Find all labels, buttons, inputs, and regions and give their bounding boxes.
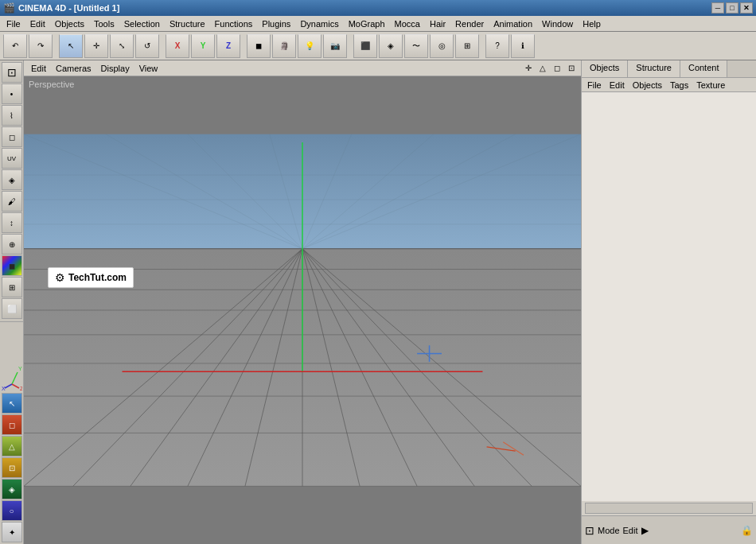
edit-label: Edit xyxy=(623,526,638,535)
sidebar-divider xyxy=(0,321,23,322)
menu-item-structure[interactable]: Structure xyxy=(165,17,210,30)
vp-icon-group: ✛ △ ◻ ⊡ xyxy=(522,62,578,75)
viewport-label: Perspective xyxy=(29,80,74,89)
main-toolbar: ↶ ↷ ↖ ✛ ⤡ ↺ X Y Z ◼ 🗿 💡 📷 ⬛ ◈ 〜 ◎ ⊞ ? ℹ xyxy=(0,32,756,60)
menu-item-selection[interactable]: Selection xyxy=(119,17,165,30)
edges-mode-btn[interactable]: ⌇ xyxy=(2,105,22,126)
cube-button[interactable]: ◼ xyxy=(247,34,271,58)
rp-texture-menu[interactable]: Texture xyxy=(692,80,729,91)
svg-text:Y: Y xyxy=(18,366,22,371)
vp-icon-square[interactable]: ◻ xyxy=(551,62,563,75)
move-tool-button[interactable]: ✛ xyxy=(84,34,108,58)
menu-item-edit[interactable]: Edit xyxy=(25,17,50,30)
close-button[interactable]: ✕ xyxy=(740,2,753,14)
axis-indicator: Y Z X xyxy=(2,360,22,392)
vp-view-menu[interactable]: View xyxy=(135,63,162,74)
minimize-button[interactable]: ─ xyxy=(711,2,724,14)
deformer-button[interactable]: ◈ xyxy=(379,34,403,58)
brush-tool-btn[interactable]: 🖌 xyxy=(2,191,22,212)
menu-item-hair[interactable]: Hair xyxy=(425,17,450,30)
uv-mode-btn[interactable]: UV xyxy=(2,148,22,169)
rp-edit-menu[interactable]: Edit xyxy=(606,80,629,91)
vp-icon-move[interactable]: ✛ xyxy=(522,62,535,75)
vp-icon-fullscreen[interactable]: ⊡ xyxy=(565,62,578,75)
menu-item-objects[interactable]: Objects xyxy=(50,17,89,30)
3d-viewport[interactable]: Perspective ⚙ TechTut.com xyxy=(24,76,581,544)
redo-button[interactable]: ↷ xyxy=(29,34,53,58)
menu-item-plugins[interactable]: Plugins xyxy=(257,17,295,30)
watermark-text: TechTut.com xyxy=(68,272,127,283)
info-button[interactable]: ℹ xyxy=(511,34,535,58)
vp-icon-triangle[interactable]: △ xyxy=(536,62,549,75)
tab-structure[interactable]: Structure xyxy=(628,60,680,77)
menu-item-file[interactable]: File xyxy=(2,17,25,30)
mode-label: Mode xyxy=(598,526,620,535)
right-panel-bottom: ⊡ Mode Edit ▶ 🔒 xyxy=(582,515,756,544)
viewport-toolbar: Edit Cameras Display View ✛ △ ◻ ⊡ xyxy=(24,60,581,76)
menu-item-window[interactable]: Window xyxy=(537,17,578,30)
figure-button[interactable]: 🗿 xyxy=(272,34,296,58)
subdivide-button[interactable]: ⬛ xyxy=(353,34,377,58)
model-mode-btn[interactable]: ◈ xyxy=(2,169,22,190)
menu-item-render[interactable]: Render xyxy=(450,17,489,30)
undo-button[interactable]: ↶ xyxy=(3,34,27,58)
menu-item-mocca[interactable]: Mocca xyxy=(390,17,425,30)
tool-d-btn[interactable]: ⊡ xyxy=(2,457,22,478)
left-sidebar: ⊡ • ⌇ ◻ UV ◈ 🖌 ↕ ⊕ ◼ ⊞ ⬜ Y Z X ↖ ◻ △ ⊡ ◈ xyxy=(0,60,24,544)
array-button[interactable]: ⊞ xyxy=(455,34,479,58)
x-axis-button[interactable]: X xyxy=(166,34,189,58)
z-axis-button[interactable]: Z xyxy=(216,34,240,58)
tab-content[interactable]: Content xyxy=(680,60,728,77)
spline-button[interactable]: 〜 xyxy=(404,34,428,58)
tool-c-btn[interactable]: △ xyxy=(2,436,22,457)
y-axis-button[interactable]: Y xyxy=(191,34,215,58)
right-panel-scrollbar[interactable] xyxy=(585,503,753,514)
viewport-area: Edit Cameras Display View ✛ △ ◻ ⊡ xyxy=(24,60,581,544)
menu-item-mograph[interactable]: MoGraph xyxy=(344,17,390,30)
titlebar: 🎬 CINEMA 4D - [Untitled 1] ─ □ ✕ xyxy=(0,0,756,16)
menu-item-functions[interactable]: Functions xyxy=(210,17,258,30)
vp-display-menu[interactable]: Display xyxy=(97,63,134,74)
titlebar-controls: ─ □ ✕ xyxy=(711,2,753,14)
watermark: ⚙ TechTut.com xyxy=(48,267,134,288)
tool-a-btn[interactable]: ↖ xyxy=(2,393,22,414)
perspective-grid xyxy=(24,76,581,544)
tool-b-btn[interactable]: ◻ xyxy=(2,414,22,435)
help-button[interactable]: ? xyxy=(485,34,509,58)
select-tool-button[interactable]: ↖ xyxy=(59,34,83,58)
points-mode-btn[interactable]: • xyxy=(2,84,22,104)
menu-item-help[interactable]: Help xyxy=(578,17,606,30)
tool-f-btn[interactable]: ○ xyxy=(2,500,22,521)
poly-mode-btn[interactable]: ◻ xyxy=(2,126,22,147)
svg-text:Z: Z xyxy=(20,386,22,391)
transform-btn[interactable]: ⊕ xyxy=(2,234,22,255)
object-mgr-btn[interactable]: ⬜ xyxy=(2,298,22,319)
menu-item-dynamics[interactable]: Dynamics xyxy=(295,17,343,30)
rp-file-menu[interactable]: File xyxy=(583,80,606,91)
tab-objects[interactable]: Objects xyxy=(582,60,628,77)
app-title: CINEMA 4D - [Untitled 1] xyxy=(18,3,119,13)
menu-item-animation[interactable]: Animation xyxy=(489,17,537,30)
titlebar-left: 🎬 CINEMA 4D - [Untitled 1] xyxy=(3,2,119,14)
tool-g-btn[interactable]: ✦ xyxy=(2,522,22,542)
light-button[interactable]: 💡 xyxy=(298,34,321,58)
vp-cameras-menu[interactable]: Cameras xyxy=(52,63,95,74)
maximize-button[interactable]: □ xyxy=(726,2,738,14)
menu-item-tools[interactable]: Tools xyxy=(89,17,119,30)
paint-btn[interactable]: ◼ xyxy=(2,255,22,276)
nurbs-button[interactable]: ◎ xyxy=(430,34,454,58)
vp-edit-menu[interactable]: Edit xyxy=(27,63,50,74)
move-btn[interactable]: ↕ xyxy=(2,212,22,233)
rotate-tool-button[interactable]: ↺ xyxy=(135,34,159,58)
svg-line-0 xyxy=(12,372,18,384)
rp-objects-menu[interactable]: Objects xyxy=(629,80,666,91)
camera-button[interactable]: 📷 xyxy=(323,34,347,58)
tool-e-btn[interactable]: ◈ xyxy=(2,479,22,499)
right-panel-menu: File Edit Objects Tags Texture xyxy=(582,78,756,92)
svg-line-2 xyxy=(12,384,19,388)
scale-tool-button[interactable]: ⤡ xyxy=(110,34,134,58)
svg-line-4 xyxy=(5,384,12,388)
snap-btn[interactable]: ⊞ xyxy=(2,277,22,297)
mode-select-btn[interactable]: ⊡ xyxy=(2,62,22,83)
rp-tags-menu[interactable]: Tags xyxy=(666,80,692,91)
